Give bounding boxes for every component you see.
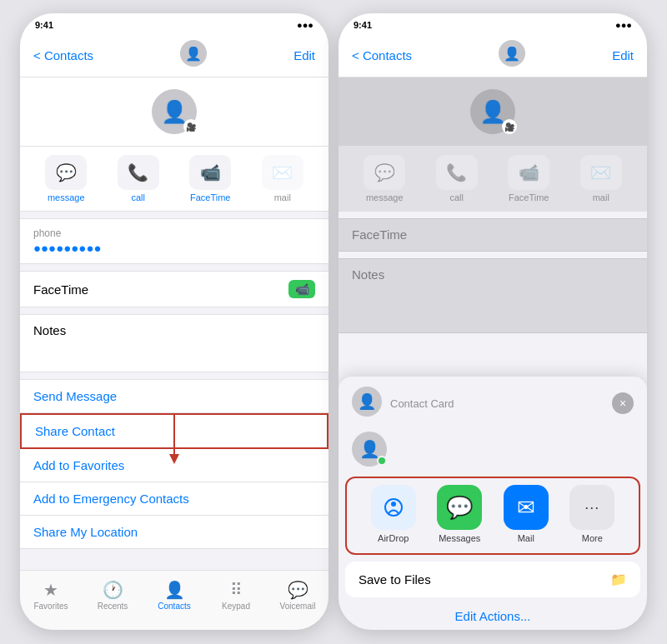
folder-icon: 📁 xyxy=(610,572,627,587)
message-button[interactable]: 💬 message xyxy=(37,155,95,202)
recents-tab-label: Recents xyxy=(98,602,128,611)
action-buttons-row: 💬 message 📞 call 📹 FaceTime ✉️ mail xyxy=(20,147,328,212)
right-edit-button[interactable]: Edit xyxy=(612,48,634,62)
right-status-bar: 9:41 ●●● xyxy=(339,13,647,37)
message-label: message xyxy=(48,192,85,202)
svg-point-3 xyxy=(391,502,396,507)
voicemail-icon: 💬 xyxy=(288,580,308,600)
phone-value: ●●●●●●●●● xyxy=(33,241,315,255)
right-facetime-section: FaceTime xyxy=(339,218,647,252)
right-avatar: 👤 xyxy=(499,40,525,67)
left-phone: 9:41 ●●● < Contacts 👤 Edit 👤 🎥 💬 message… xyxy=(20,13,328,630)
right-action-buttons-row: 💬 message 📞 call 📹 FaceTime ✉️ mail xyxy=(339,147,647,212)
right-message-label: message xyxy=(366,192,404,202)
right-notes-section: Notes xyxy=(339,258,647,333)
right-call-icon: 📞 xyxy=(436,155,478,190)
airdrop-app[interactable]: AirDrop xyxy=(371,485,416,543)
favorites-tab-label: Favorites xyxy=(33,602,68,611)
right-mail-label: mail xyxy=(593,192,609,202)
right-avatar-badge: 🎥 xyxy=(502,119,517,134)
airdrop-label: AirDrop xyxy=(378,533,409,543)
mail-app[interactable]: ✉ Mail xyxy=(504,485,549,543)
facetime-label: FaceTime xyxy=(190,192,231,202)
avatar-badge: 🎥 xyxy=(183,119,198,134)
messages-label: Messages xyxy=(439,533,480,543)
right-back-button[interactable]: < Contacts xyxy=(352,48,412,62)
share-apps-row: AirDrop 💬 Messages ✉ Mail ··· More xyxy=(345,477,640,555)
facetime-section: FaceTime 📹 xyxy=(20,271,328,307)
more-app[interactable]: ··· More xyxy=(569,485,614,543)
save-to-files-row[interactable]: Save to Files 📁 xyxy=(345,562,640,597)
tab-contacts[interactable]: 👤 Contacts xyxy=(143,580,205,611)
right-contact-avatar: 👤 🎥 xyxy=(470,89,515,134)
green-status-dot xyxy=(377,456,387,466)
keypad-icon: ⠿ xyxy=(230,580,243,600)
share-sheet-header: 👤 Contact Card × xyxy=(339,377,647,427)
right-facetime-button: 📹 FaceTime xyxy=(499,155,558,202)
right-call-button: 📞 call xyxy=(428,155,486,202)
avatar: 👤 xyxy=(180,40,207,67)
notes-section: Notes xyxy=(20,314,328,372)
close-icon: × xyxy=(619,397,626,410)
mail-button[interactable]: ✉️ mail xyxy=(253,155,312,202)
facetime-title: FaceTime xyxy=(33,282,88,297)
mail-icon: ✉️ xyxy=(262,155,303,190)
contact-card-label: Contact Card xyxy=(390,397,454,410)
edit-button[interactable]: Edit xyxy=(293,48,315,62)
facetime-icon: 📹 xyxy=(189,155,231,190)
edit-actions-button[interactable]: Edit Actions... xyxy=(339,602,647,630)
contact-avatar: 👤 🎥 xyxy=(152,89,197,134)
favorites-icon: ★ xyxy=(43,580,58,600)
contact-header: 👤 🎥 xyxy=(20,77,328,147)
phone-section: phone ●●●●●●●●● xyxy=(20,218,328,264)
svg-marker-1 xyxy=(169,454,179,464)
right-facetime-title: FaceTime xyxy=(352,227,407,242)
right-call-label: call xyxy=(449,192,464,202)
right-facetime-icon: 📹 xyxy=(508,155,549,190)
save-to-files-label: Save to Files xyxy=(359,572,431,587)
airdrop-icon xyxy=(371,485,416,530)
messages-app[interactable]: 💬 Messages xyxy=(437,485,482,543)
close-button[interactable]: × xyxy=(612,392,634,414)
edit-actions-label: Edit Actions... xyxy=(455,609,531,623)
right-nav-bar: < Contacts 👤 Edit xyxy=(339,37,647,77)
contacts-icon: 👤 xyxy=(164,580,185,600)
tab-bar: ★ Favorites 🕐 Recents 👤 Contacts ⠿ Keypa… xyxy=(20,570,328,630)
more-label: More xyxy=(582,533,603,543)
contacts-tab-label: Contacts xyxy=(158,602,190,611)
sheet-avatar: 👤 xyxy=(352,387,382,417)
right-message-button: 💬 message xyxy=(355,155,414,202)
facetime-row-icon: 📹 xyxy=(288,280,315,298)
call-label: call xyxy=(131,192,145,202)
voicemail-tab-label: Voicemail xyxy=(280,602,316,611)
tab-favorites[interactable]: ★ Favorites xyxy=(20,580,82,611)
phone-label: phone xyxy=(33,227,315,239)
mail-label: mail xyxy=(274,192,291,202)
mail-app-icon: ✉ xyxy=(504,485,549,530)
right-mail-icon: ✉️ xyxy=(580,155,622,190)
message-icon: 💬 xyxy=(45,155,87,190)
share-location-item[interactable]: Share My Location xyxy=(20,516,328,548)
arrow-indicator xyxy=(166,414,183,467)
left-status-bar: 9:41 ●●● xyxy=(20,13,328,37)
recents-icon: 🕐 xyxy=(103,580,123,600)
send-message-item[interactable]: Send Message xyxy=(20,380,328,413)
tab-voicemail[interactable]: 💬 Voicemail xyxy=(267,580,328,611)
right-facetime-label: FaceTime xyxy=(509,192,549,202)
share-contact-avatar: 👤 xyxy=(352,432,387,467)
left-nav-bar: < Contacts 👤 Edit xyxy=(20,37,328,77)
right-mail-button: ✉️ mail xyxy=(572,155,630,202)
add-emergency-item[interactable]: Add to Emergency Contacts xyxy=(20,482,328,516)
mail-label: Mail xyxy=(518,533,534,543)
call-icon: 📞 xyxy=(118,155,159,190)
call-button[interactable]: 📞 call xyxy=(109,155,168,202)
right-notes-title: Notes xyxy=(352,267,384,282)
right-phone: 9:41 ●●● < Contacts 👤 Edit 👤 🎥 💬 message… xyxy=(339,13,647,630)
tab-keypad[interactable]: ⠿ Keypad xyxy=(205,580,267,611)
back-button[interactable]: < Contacts xyxy=(33,48,93,62)
facetime-button[interactable]: 📹 FaceTime xyxy=(181,155,239,202)
share-sheet: 👤 Contact Card × 👤 AirDrop xyxy=(339,377,647,630)
more-icon: ··· xyxy=(569,485,614,530)
tab-recents[interactable]: 🕐 Recents xyxy=(82,580,143,611)
keypad-tab-label: Keypad xyxy=(222,602,250,611)
